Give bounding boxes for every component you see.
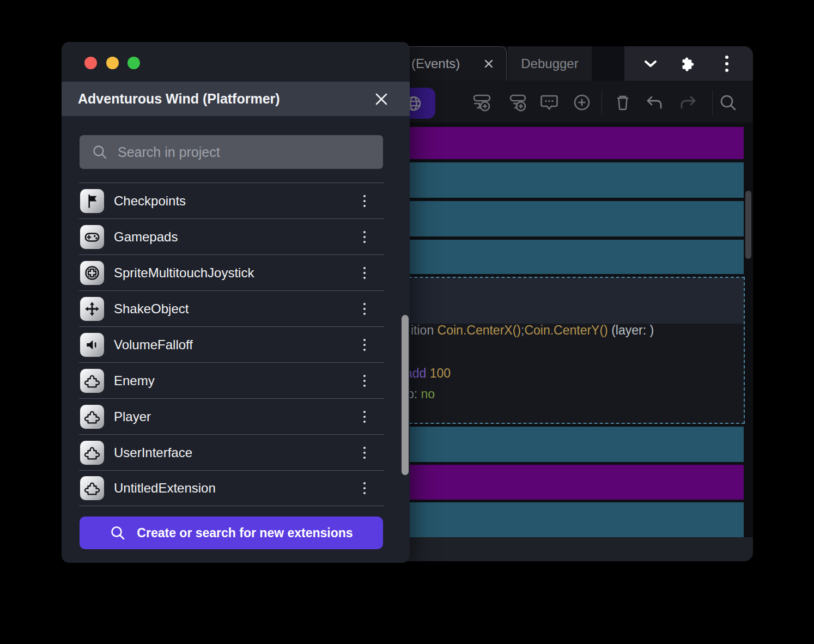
add-event-icon[interactable] [470, 90, 494, 114]
create-extension-button[interactable]: Create or search for new extensions [80, 517, 383, 549]
extension-list-item[interactable]: Player [79, 398, 384, 434]
traffic-light-zoom[interactable] [127, 57, 140, 69]
search-events-icon[interactable] [716, 90, 740, 114]
extension-label: SpriteMultitouchJoystick [114, 265, 359, 281]
window-actions-panel [624, 46, 753, 81]
events-scrollbar[interactable] [745, 191, 751, 259]
code-segment: ition [411, 323, 438, 337]
extension-list-item[interactable]: Checkpoints [79, 183, 384, 218]
add-subevent-icon[interactable] [506, 90, 530, 114]
extension-list-item[interactable]: UserInterface [79, 434, 384, 470]
undo-icon[interactable] [643, 90, 667, 114]
project-manager-dialog: Adventurous Wind (Platformer) Checkpoint… [62, 42, 410, 563]
traffic-light-close[interactable] [84, 57, 97, 69]
code-segment: (layer: ) [608, 323, 654, 337]
item-kebab-menu-icon[interactable] [359, 267, 370, 279]
extensions-list: CheckpointsGamepadsSpriteMultitouchJoyst… [79, 183, 384, 506]
extension-label: Enemy [114, 373, 359, 388]
tab-debugger[interactable]: Debugger [508, 46, 592, 81]
item-kebab-menu-icon[interactable] [359, 447, 370, 459]
code-segment: 100 [426, 366, 451, 380]
close-icon [374, 92, 389, 107]
macos-titlebar [62, 42, 410, 82]
code-segment: Coin.CenterY() [524, 323, 608, 337]
puzzle-icon [80, 405, 104, 429]
flag-icon [80, 189, 104, 213]
traffic-light-minimize[interactable] [106, 57, 119, 69]
item-kebab-menu-icon[interactable] [359, 339, 370, 351]
item-kebab-menu-icon[interactable] [359, 231, 370, 243]
extension-list-item[interactable]: UntitledExtension [79, 470, 384, 506]
extension-label: ShakeObject [114, 301, 359, 317]
item-kebab-menu-icon[interactable] [359, 195, 370, 207]
tab-close-icon[interactable] [483, 58, 494, 69]
create-extension-label: Create or search for new extensions [137, 526, 353, 540]
item-kebab-menu-icon[interactable] [359, 375, 370, 387]
extension-list-item[interactable]: Gamepads [79, 218, 384, 254]
extension-list-item[interactable]: Enemy [79, 362, 384, 398]
extension-label: Player [114, 409, 359, 424]
extension-label: Gamepads [114, 229, 359, 245]
chevron-down-icon[interactable] [639, 52, 663, 76]
tab-debugger-label: Debugger [521, 56, 578, 71]
search-icon [92, 144, 108, 160]
event-code-line: ition Coin.CenterX();Coin.CenterY() (lay… [411, 322, 654, 338]
redo-icon[interactable] [676, 90, 700, 114]
search-bar[interactable] [80, 135, 383, 169]
gamepad-icon [80, 225, 104, 249]
add-circle-icon[interactable] [570, 90, 594, 114]
extension-list-item[interactable]: SpriteMultitouchJoystick [79, 254, 384, 290]
item-kebab-menu-icon[interactable] [359, 411, 370, 423]
dialog-close-button[interactable] [374, 92, 389, 107]
puzzle-icon [80, 369, 104, 393]
extension-list-item[interactable]: ShakeObject [79, 290, 384, 326]
dialog-title: Adventurous Wind (Platformer) [78, 91, 374, 107]
joystick-icon [80, 261, 104, 285]
search-input[interactable] [118, 144, 375, 160]
code-segment: no [421, 387, 435, 401]
move-icon [80, 297, 104, 321]
code-segment: Coin.CenterX() [438, 323, 521, 337]
extension-label: VolumeFalloff [114, 337, 359, 353]
event-code-line: p: no [407, 386, 435, 402]
extension-label: UntitledExtension [114, 481, 359, 496]
item-kebab-menu-icon[interactable] [359, 303, 370, 315]
extension-label: Checkpoints [114, 193, 359, 209]
extension-list-item[interactable]: VolumeFalloff [79, 326, 384, 362]
trash-icon[interactable] [611, 90, 635, 114]
event-code-line: add 100 [405, 365, 451, 381]
extensions-puzzle-icon[interactable] [677, 52, 701, 76]
extension-label: UserInterface [114, 445, 359, 460]
speaker-icon [80, 333, 104, 357]
toolbar-divider [712, 90, 713, 115]
item-kebab-menu-icon[interactable] [359, 482, 370, 494]
puzzle-icon [80, 441, 104, 465]
search-icon [110, 525, 126, 541]
kebab-menu-icon[interactable] [715, 52, 739, 76]
puzzle-icon [80, 476, 104, 500]
dialog-header: Adventurous Wind (Platformer) [62, 82, 410, 116]
dialog-scrollbar[interactable] [402, 315, 409, 475]
toolbar-divider [602, 90, 602, 115]
add-comment-icon[interactable] [537, 90, 561, 114]
